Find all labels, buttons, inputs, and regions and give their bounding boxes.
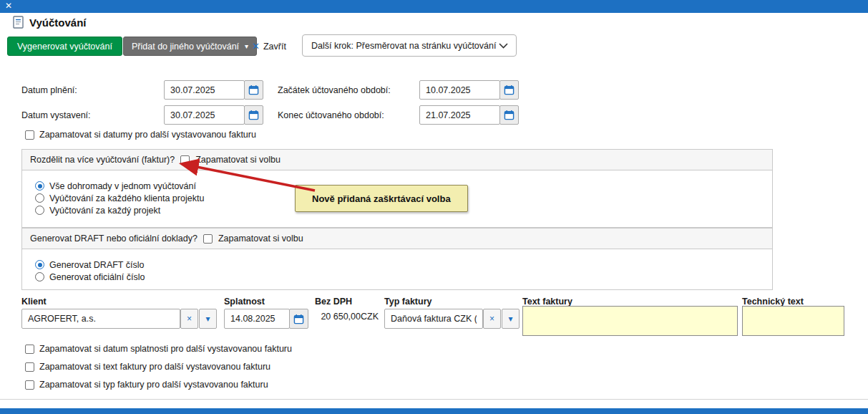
- remember-dates-checkbox[interactable]: [25, 130, 34, 140]
- klient-input[interactable]: [21, 309, 180, 329]
- generate-billing-button[interactable]: Vygenerovat vyúčtování: [7, 37, 122, 56]
- typ-faktury-header: Typ faktury: [384, 297, 431, 307]
- bez-dph-value: 20 650,00CZK: [308, 312, 379, 322]
- bottom-divider: [0, 399, 868, 400]
- add-to-other-billing-button[interactable]: Přidat do jiného vyúčtování ▾: [123, 37, 257, 56]
- zacatek-obdobi-label: Začátek účtovaného období:: [278, 85, 391, 95]
- radio-label: Vše dohromady v jednom vyúčtování: [49, 181, 196, 191]
- technicky-text-textarea[interactable]: [742, 306, 844, 336]
- add-to-other-billing-label: Přidat do jiného vyúčtování: [132, 42, 239, 52]
- datum-vystaveni-calendar-icon[interactable]: [244, 105, 263, 125]
- splatnost-header: Splatnost: [224, 297, 265, 307]
- dropdown-caret-icon: ▾: [245, 42, 248, 50]
- chevron-down-icon: [499, 43, 508, 49]
- remember-splatnost-row: Zapamatovat si datum splatnosti pro dalš…: [25, 344, 292, 354]
- zacatek-obdobi-input[interactable]: [419, 80, 500, 100]
- remember-dates-label: Zapamatovat si datumy pro další vystavov…: [39, 130, 256, 140]
- radio-icon: [35, 181, 44, 191]
- page-title: Vyúčtování: [29, 16, 86, 29]
- radio-label: Generovat oficiální číslo: [49, 272, 145, 282]
- draft-group-header: Generovat DRAFT nebo oficiální doklady? …: [22, 228, 772, 249]
- annotation-text: Nově přidaná zaškrtávací volba: [312, 193, 451, 204]
- close-button[interactable]: ✕ Zavřít: [252, 41, 286, 52]
- radio-icon: [35, 193, 44, 203]
- datum-vystaveni-label: Datum vystavení:: [21, 110, 91, 120]
- datum-vystaveni-input[interactable]: [164, 105, 245, 125]
- typ-faktury-input[interactable]: [384, 309, 483, 329]
- next-step-value: Další krok: Přesměrovat na stránku vyúčt…: [311, 41, 496, 51]
- radio-icon: [35, 206, 44, 215]
- konec-obdobi-calendar-icon[interactable]: [499, 105, 519, 125]
- radio-label: Vyúčtování za každý projekt: [49, 206, 160, 216]
- split-remember-checkbox[interactable]: [180, 155, 190, 165]
- remember-text-faktury-checkbox[interactable]: [25, 362, 34, 372]
- datum-plneni-label: Datum plnění:: [21, 85, 77, 95]
- draft-group-body: Generovat DRAFT číslo Generovat oficiáln…: [22, 249, 772, 283]
- radio-icon: [35, 260, 44, 269]
- bottom-bar: [0, 408, 868, 414]
- radio-generate-official-number[interactable]: Generovat oficiální číslo: [35, 271, 772, 283]
- remember-typ-faktury-label: Zapamatovat si typ faktury pro další vys…: [39, 380, 268, 390]
- draft-group-title: Generovat DRAFT nebo oficiální doklady?: [30, 234, 198, 244]
- bez-dph-header: Bez DPH: [315, 297, 352, 307]
- window-close-icon[interactable]: ✕: [5, 1, 12, 11]
- splatnost-calendar-icon[interactable]: [289, 309, 308, 329]
- radio-generate-draft-number[interactable]: Generovat DRAFT číslo: [35, 259, 772, 271]
- text-faktury-header: Text faktury: [522, 297, 572, 307]
- split-billing-group-title: Rozdělit na více vyúčtování (faktur)?: [30, 155, 175, 165]
- next-step-select[interactable]: Další krok: Přesměrovat na stránku vyúčt…: [302, 34, 517, 57]
- text-faktury-textarea[interactable]: [522, 306, 738, 336]
- close-icon: ✕: [252, 41, 260, 52]
- close-label: Zavřít: [263, 42, 286, 52]
- remember-splatnost-label: Zapamatovat si datum splatnosti pro dalš…: [39, 344, 292, 354]
- remember-typ-faktury-checkbox[interactable]: [25, 380, 34, 390]
- annotation-callout: Nově přidaná zaškrtávací volba: [295, 185, 468, 212]
- klient-dropdown-icon[interactable]: ▾: [199, 309, 217, 329]
- klient-header: Klient: [21, 297, 47, 307]
- draft-remember-checkbox[interactable]: [203, 234, 213, 244]
- invoice-icon: [11, 15, 26, 32]
- remember-splatnost-checkbox[interactable]: [25, 345, 34, 354]
- klient-clear-icon[interactable]: ×: [180, 309, 198, 329]
- remember-text-faktury-label: Zapamatovat si text faktury pro další vy…: [39, 362, 270, 372]
- radio-label: Generovat DRAFT číslo: [49, 260, 144, 270]
- typ-faktury-dropdown-icon[interactable]: ▾: [502, 309, 520, 329]
- split-billing-group-header: Rozdělit na více vyúčtování (faktur)? Za…: [22, 150, 772, 170]
- remember-dates-row: Zapamatovat si datumy pro další vystavov…: [25, 130, 256, 140]
- konec-obdobi-input[interactable]: [419, 105, 500, 125]
- datum-plneni-calendar-icon[interactable]: [244, 80, 263, 100]
- radio-label: Vyúčtování za každého klienta projektu: [49, 193, 204, 203]
- split-remember-label: Zapamatovat si volbu: [195, 155, 281, 165]
- radio-icon: [35, 272, 44, 281]
- technicky-text-header: Technický text: [742, 297, 804, 307]
- zacatek-obdobi-calendar-icon[interactable]: [499, 80, 519, 100]
- remember-typ-faktury-row: Zapamatovat si typ faktury pro další vys…: [25, 380, 268, 390]
- draft-group: Generovat DRAFT nebo oficiální doklady? …: [21, 228, 773, 290]
- remember-text-faktury-row: Zapamatovat si text faktury pro další vy…: [25, 362, 270, 372]
- top-bar: ✕: [0, 0, 868, 13]
- splatnost-input[interactable]: [224, 309, 290, 329]
- konec-obdobi-label: Konec účtovaného období:: [278, 110, 384, 120]
- draft-remember-label: Zapamatovat si volbu: [218, 234, 303, 244]
- typ-faktury-clear-icon[interactable]: ×: [483, 309, 501, 329]
- datum-plneni-input[interactable]: [164, 80, 245, 100]
